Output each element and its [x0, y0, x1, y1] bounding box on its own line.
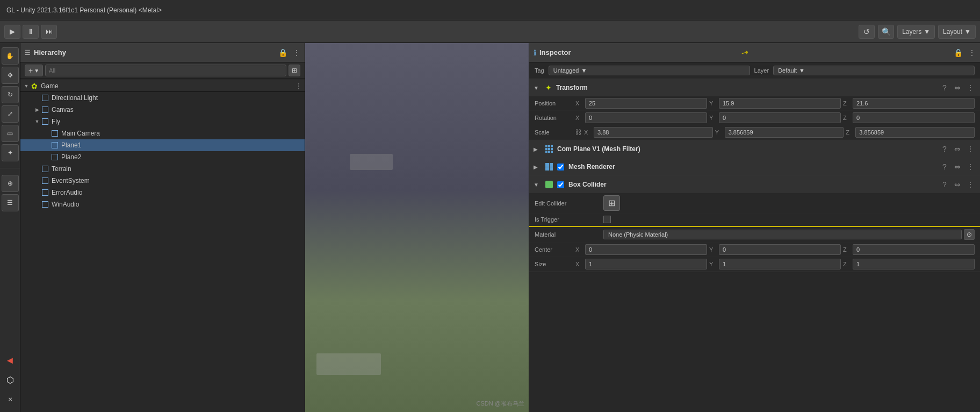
inspector-lock-icon[interactable]: 🔒 [954, 48, 963, 57]
mesh-renderer-help-button[interactable]: ? [939, 161, 950, 172]
transform-tool[interactable]: ✦ [2, 144, 19, 161]
size-x-axis: X [575, 261, 583, 267]
layout-dropdown[interactable]: Layout ▼ [938, 25, 976, 39]
step-button[interactable]: ⏭ [41, 25, 57, 39]
scale-x-input[interactable] [594, 127, 713, 138]
scale-y-input[interactable] [725, 127, 844, 138]
box-collider-header[interactable]: ▼ Box Collider ? ⇔ ⋮ [529, 176, 980, 193]
box-collider-help-button[interactable]: ? [939, 179, 950, 190]
edit-collider-button[interactable]: ⊞ [603, 195, 620, 211]
position-x-input[interactable] [585, 98, 707, 109]
position-z-input[interactable] [853, 98, 975, 109]
hierarchy-lock-icon[interactable]: 🔒 [278, 48, 287, 57]
transform-settings-button[interactable]: ⇔ [952, 82, 963, 93]
mesh-filter-more-button[interactable]: ⋮ [965, 144, 976, 154]
hand-tool[interactable]: ✋ [2, 47, 19, 65]
winaudio-label: WinAudio [52, 201, 79, 208]
hierarchy-item-game[interactable]: ▼ ✿ Game ⋮ [20, 80, 305, 92]
size-label: Size [535, 261, 572, 267]
viewport[interactable]: CSDN @喉布乌兰 [305, 43, 529, 412]
center-z-input[interactable] [853, 244, 975, 255]
play-button[interactable]: ▶ [4, 25, 20, 39]
tag-dropdown[interactable]: Untagged ▼ [549, 66, 750, 75]
game-more-button[interactable]: ⋮ [295, 82, 302, 90]
undo-button[interactable]: ↺ [859, 25, 875, 39]
transform-actions: ? ⇔ ⋮ [939, 82, 976, 93]
box-collider-icon [545, 181, 553, 188]
box-collider-component: ▼ Box Collider ? ⇔ ⋮ Edit Collider ⊞ [529, 176, 980, 272]
box-collider-more-button[interactable]: ⋮ [965, 179, 976, 190]
hierarchy-menu-icon: ☰ [25, 49, 31, 56]
main-camera-label: Main Camera [61, 130, 100, 137]
center-z-axis: Z [843, 246, 851, 253]
scale-z-input[interactable] [855, 127, 975, 138]
scene-gizmo-btn[interactable]: ⊕ [2, 175, 19, 192]
mesh-filter-header[interactable]: ▶ Com Plane V1 (Mesh Filter) ? ⇔ ⋮ [529, 140, 980, 158]
mesh-renderer-component: ▶ Mesh Renderer ? ⇔ ⋮ [529, 158, 980, 176]
hierarchy-item-winaudio[interactable]: WinAudio [20, 198, 305, 210]
center-row: Center X Y Z [529, 243, 980, 257]
hierarchy-item-eventsystem[interactable]: EventSystem [20, 175, 305, 187]
directional-light-cube-icon [41, 94, 49, 102]
inspector-more-icon[interactable]: ⋮ [968, 48, 976, 57]
hierarchy-header: ☰ Hierarchy 🔒 ⋮ [20, 43, 305, 62]
scene-plane-visual [350, 154, 393, 170]
scene-tools-panel: ✋ ✥ ↻ ⤢ ▭ ✦ ⊕ ☰ ◄ ⬡ ✕ [0, 43, 20, 412]
hierarchy-more-icon[interactable]: ⋮ [293, 48, 300, 57]
rotation-y-input[interactable] [719, 112, 841, 123]
position-y-input[interactable] [719, 98, 841, 109]
hierarchy-add-button[interactable]: + ▼ [25, 65, 43, 76]
hierarchy-item-directional-light[interactable]: Directional Light [20, 92, 305, 104]
pause-button[interactable]: ⏸ [23, 25, 39, 39]
search-button[interactable]: 🔍 [878, 25, 894, 39]
rotate-tool[interactable]: ↻ [2, 86, 19, 103]
plane2-cube-icon [51, 153, 59, 161]
position-z-axis: Z [843, 100, 851, 106]
size-z-input[interactable] [853, 259, 975, 269]
center-x-axis: X [575, 246, 583, 253]
hierarchy-item-erroraudio[interactable]: ErrorAudio [20, 187, 305, 198]
transform-more-button[interactable]: ⋮ [965, 82, 976, 93]
box-collider-enabled-checkbox[interactable] [557, 181, 564, 188]
tag-layer-row: Tag Untagged ▼ Layer Default ▼ [529, 62, 980, 79]
center-y-input[interactable] [719, 244, 841, 255]
box-collider-settings-button[interactable]: ⇔ [952, 179, 963, 190]
hierarchy-item-canvas[interactable]: ▶ Canvas [20, 104, 305, 116]
mesh-renderer-more-button[interactable]: ⋮ [965, 161, 976, 172]
mesh-filter-help-button[interactable]: ? [939, 144, 950, 154]
size-x-input[interactable] [585, 259, 707, 269]
rotation-x-input[interactable] [585, 112, 707, 123]
inspector-title: Inspector [539, 48, 738, 56]
layer-dropdown[interactable]: Default ▼ [773, 66, 975, 75]
transform-help-button[interactable]: ? [939, 82, 950, 93]
mesh-filter-settings-button[interactable]: ⇔ [952, 144, 963, 154]
transform-header[interactable]: ▼ ✦ Transform ? ⇔ ⋮ [529, 79, 980, 96]
material-pick-button[interactable]: ⊙ [964, 229, 975, 240]
hierarchy-item-terrain[interactable]: Terrain [20, 163, 305, 175]
hierarchy-item-plane1[interactable]: Plane1 [20, 139, 305, 151]
scene-extra-btn[interactable]: ☰ [2, 194, 19, 211]
inspector-panel: ℹ Inspector ↗ 🔒 ⋮ Tag Untagged ▼ Layer D… [529, 43, 980, 412]
mesh-renderer-enabled-checkbox[interactable] [557, 164, 564, 171]
layers-dropdown[interactable]: Layers ▼ [897, 25, 935, 39]
transform-icon: ✦ [544, 83, 553, 92]
hierarchy-item-fly[interactable]: ▼ Fly [20, 116, 305, 127]
rotation-z-input[interactable] [853, 112, 975, 123]
size-y-input[interactable] [719, 259, 841, 269]
hierarchy-item-main-camera[interactable]: Main Camera [20, 127, 305, 139]
scale-tool[interactable]: ⤢ [2, 105, 19, 123]
hierarchy-search-input[interactable] [45, 65, 286, 76]
mesh-renderer-grid-icon [545, 163, 553, 171]
rect-tool[interactable]: ▭ [2, 125, 19, 142]
hierarchy-filter-button[interactable]: ⊞ [289, 65, 300, 76]
size-row: Size X Y Z [529, 257, 980, 272]
is-trigger-checkbox[interactable] [603, 216, 611, 223]
move-tool[interactable]: ✥ [2, 67, 19, 84]
mesh-renderer-header[interactable]: ▶ Mesh Renderer ? ⇔ ⋮ [529, 158, 980, 175]
main-camera-arrow [43, 130, 51, 137]
center-x-input[interactable] [585, 244, 707, 255]
hierarchy-item-plane2[interactable]: Plane2 [20, 151, 305, 163]
center-y-axis: Y [709, 246, 717, 253]
game-arrow: ▼ [23, 82, 30, 90]
mesh-renderer-settings-button[interactable]: ⇔ [952, 161, 963, 172]
